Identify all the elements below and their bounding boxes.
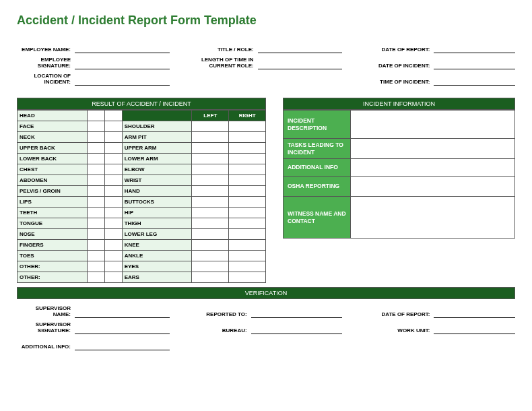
info-value[interactable] xyxy=(351,159,515,177)
info-value[interactable] xyxy=(351,197,515,239)
body-part-a: TOES xyxy=(18,251,88,261)
body-part-b: LOWER ARM xyxy=(122,154,192,164)
label-bureau: BUREAU: xyxy=(190,328,247,334)
input-emp-sig[interactable] xyxy=(75,60,170,69)
input-work-unit[interactable] xyxy=(434,325,515,334)
body-part-b: ANKLE xyxy=(122,251,192,261)
label-date-report2: DATE OF REPORT: xyxy=(362,312,430,318)
label-emp-name: EMPLOYEE NAME: xyxy=(17,47,71,53)
body-part-b: ELBOW xyxy=(122,164,192,175)
body-part-a: TONGUE xyxy=(18,218,88,229)
body-part-a: LOWER BACK xyxy=(18,154,88,164)
body-part-b: EYES xyxy=(122,261,192,272)
body-part-a: CHEST xyxy=(18,164,88,175)
verification-fields: SUPERVISOR NAME: REPORTED TO: DATE OF RE… xyxy=(17,305,515,350)
info-label: INCIDENT DESCRIPTION xyxy=(284,110,351,139)
label-sup-name: SUPERVISOR NAME: xyxy=(17,306,71,318)
input-sup-name[interactable] xyxy=(75,309,170,318)
left-header: LEFT xyxy=(192,110,229,121)
label-length: LENGTH OF TIME IN CURRENT ROLE: xyxy=(190,57,254,69)
header-fields: EMPLOYEE NAME: TITLE / ROLE: DATE OF REP… xyxy=(17,40,515,86)
input-loc[interactable] xyxy=(75,76,170,86)
input-reported[interactable] xyxy=(251,309,343,318)
body-part-a: UPPER BACK xyxy=(18,143,88,154)
info-label: WITNESS NAME AND CONTACT xyxy=(284,197,351,239)
input-sup-sig[interactable] xyxy=(75,325,170,334)
input-length[interactable] xyxy=(258,60,343,69)
input-time-incident[interactable] xyxy=(434,76,515,86)
body-part-b: UPPER ARM xyxy=(122,143,192,154)
info-label: ADDITIONAL INFO xyxy=(284,159,351,177)
body-part-a: LIPS xyxy=(18,197,88,208)
verification-header: VERIFICATION xyxy=(17,287,515,299)
body-part-b: LOWER LEG xyxy=(122,229,192,240)
label-work-unit: WORK UNIT: xyxy=(362,328,430,334)
input-add-info[interactable] xyxy=(75,341,170,350)
body-part-b: WRIST xyxy=(122,175,192,186)
label-loc: LOCATION OF INCIDENT: xyxy=(17,73,71,86)
body-part-a: NOSE xyxy=(18,229,88,240)
body-part-b: EARS xyxy=(122,272,192,283)
input-bureau[interactable] xyxy=(251,325,343,334)
info-header: INCIDENT INFORMATION xyxy=(283,98,515,110)
body-part-b: BUTTOCKS xyxy=(122,197,192,208)
body-part-a: NECK xyxy=(18,132,88,143)
body-parts-table: HEADLEFTRIGHTFACESHOULDERNECKARM PITUPPE… xyxy=(17,110,266,283)
input-date-report[interactable] xyxy=(434,44,515,53)
body-part-b: HAND xyxy=(122,186,192,197)
input-emp-name[interactable] xyxy=(75,44,170,53)
form-title: Accident / Incident Report Form Template xyxy=(17,13,515,28)
info-value[interactable] xyxy=(351,110,515,139)
right-header: RIGHT xyxy=(229,110,266,121)
input-date-report2[interactable] xyxy=(434,309,515,318)
label-time-incident: TIME OF INCIDENT: xyxy=(362,80,430,86)
body-part-a: PELVIS / GROIN xyxy=(18,186,88,197)
input-date-incident[interactable] xyxy=(434,60,515,69)
info-label: OSHA REPORTING xyxy=(284,177,351,197)
incident-info-table: INCIDENT DESCRIPTIONTASKS LEADING TO INC… xyxy=(283,110,515,239)
label-reported: REPORTED TO: xyxy=(190,312,247,318)
body-part-a: OTHER: xyxy=(18,261,88,272)
body-part-b: SHOULDER xyxy=(122,121,192,132)
body-part-a: TEETH xyxy=(18,208,88,218)
body-part-a: FACE xyxy=(18,121,88,132)
input-title-role[interactable] xyxy=(258,44,343,53)
body-part-b: HIP xyxy=(122,208,192,218)
body-part-a: FINGERS xyxy=(18,240,88,251)
body-part-b: THIGH xyxy=(122,218,192,229)
label-date-incident: DATE OF INCIDENT: xyxy=(362,63,430,69)
info-value[interactable] xyxy=(351,139,515,159)
label-sup-sig: SUPERVISOR SIGNATURE: xyxy=(17,322,71,334)
body-part-b: KNEE xyxy=(122,240,192,251)
result-header: RESULT OF ACCIDENT / INCIDENT xyxy=(17,98,266,110)
body-part-b: ARM PIT xyxy=(122,132,192,143)
info-label: TASKS LEADING TO INCIDENT xyxy=(284,139,351,159)
body-part-a: OTHER: xyxy=(18,272,88,283)
label-add-info: ADDITIONAL INFO: xyxy=(17,344,71,350)
info-value[interactable] xyxy=(351,177,515,197)
body-part-a: ABDOMEN xyxy=(18,175,88,186)
label-emp-sig: EMPLOYEE SIGNATURE: xyxy=(17,57,71,69)
label-date-report: DATE OF REPORT: xyxy=(362,47,430,53)
body-part-a: HEAD xyxy=(18,110,88,121)
label-title-role: TITLE / ROLE: xyxy=(190,47,254,53)
